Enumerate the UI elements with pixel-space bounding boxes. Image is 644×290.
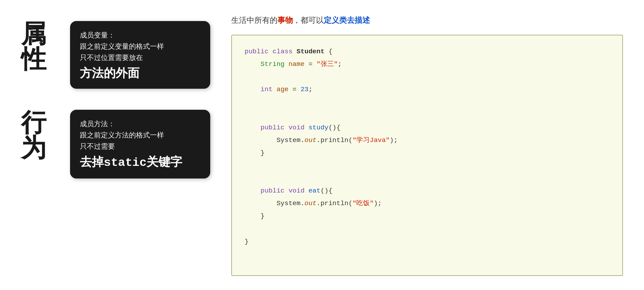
code-line-6: } [245,147,610,159]
code-line-blank2 [245,96,610,109]
attribute-main-label: 方法的外面 [80,66,200,80]
code-line-10: } [245,235,610,248]
code-line-4: public void study(){ [245,121,610,134]
code-line-blank1 [245,70,610,83]
code-block: public class Student { String name = "张三… [231,35,623,276]
behavior-box: 成员方法： 跟之前定义方法的格式一样 只不过需要 去掉static关键字 [70,110,210,178]
code-line-1: public class Student { [245,45,610,58]
code-line-blank5 [245,172,610,184]
left-panel: 属性 成员变量： 跟之前定义变量的格式一样 只不过位置需要放在 方法的外面 行为 [21,14,210,276]
code-line-5: System.out.println("学习Java"); [245,134,610,147]
behavior-main-label: 去掉static关键字 [80,155,200,170]
sections-wrapper: 属性 成员变量： 跟之前定义变量的格式一样 只不过位置需要放在 方法的外面 行为 [21,21,210,182]
behavior-title: 行为 [21,110,63,160]
section-attribute-row: 属性 成员变量： 跟之前定义变量的格式一样 只不过位置需要放在 方法的外面 [21,21,210,89]
page-container: 属性 成员变量： 跟之前定义变量的格式一样 只不过位置需要放在 方法的外面 行为 [0,0,644,290]
attribute-box: 成员变量： 跟之前定义变量的格式一样 只不过位置需要放在 方法的外面 [70,21,210,89]
section-attribute: 属性 成员变量： 跟之前定义变量的格式一样 只不过位置需要放在 方法的外面 [21,21,210,89]
section-behavior: 行为 成员方法： 跟之前定义方法的格式一样 只不过需要 去掉static关键字 [21,110,210,178]
section-behavior-row: 行为 成员方法： 跟之前定义方法的格式一样 只不过需要 去掉static关键字 [21,110,210,178]
code-line-9: } [245,210,610,222]
code-line-3: int age = 23; [245,83,610,96]
code-line-8: System.out.println("吃饭"); [245,197,610,210]
code-line-7: public void eat(){ [245,184,610,197]
behavior-subtitle: 成员方法： 跟之前定义方法的格式一样 只不过需要 [80,118,200,152]
right-panel: 生活中所有的事物，都可以定义类去描述 public class Student … [210,14,623,276]
code-line-blank6 [245,223,610,235]
code-line-2: String name = "张三"; [245,58,610,70]
attribute-title: 属性 [21,21,63,72]
top-description: 生活中所有的事物，都可以定义类去描述 [231,14,623,26]
attribute-subtitle: 成员变量： 跟之前定义变量的格式一样 只不过位置需要放在 [80,29,200,63]
code-line-blank4 [245,159,610,172]
code-line-blank3 [245,109,610,121]
